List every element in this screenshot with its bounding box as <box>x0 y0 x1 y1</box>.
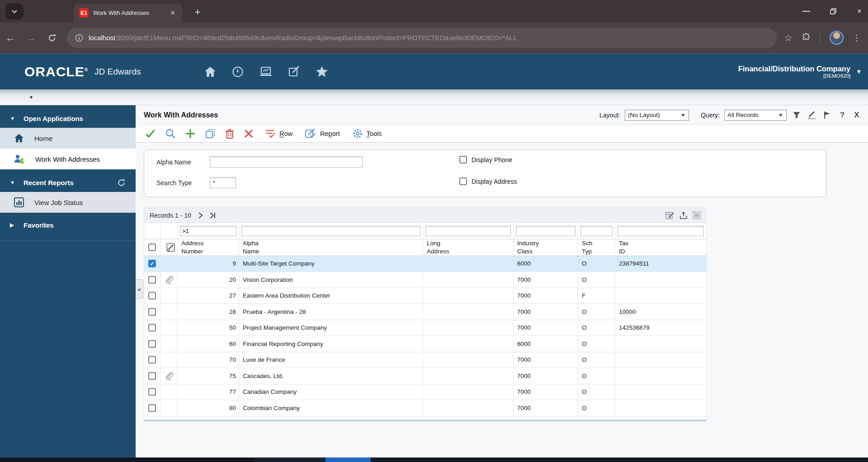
window-minimize-button[interactable]: — <box>802 7 809 15</box>
layout-select[interactable]: (No Layout)▼ <box>625 110 689 121</box>
table-row[interactable]: 20 Vision Corporation 7000 O <box>144 272 707 288</box>
home-nav-icon[interactable] <box>204 66 217 78</box>
add-button[interactable] <box>185 129 195 139</box>
tab-close-icon[interactable]: × <box>169 8 177 18</box>
favorites-star-icon[interactable] <box>316 65 328 78</box>
window-close-button[interactable]: × <box>857 7 862 15</box>
close-application-icon[interactable]: X <box>852 111 862 120</box>
grid-filter-input[interactable] <box>180 226 236 236</box>
sidebar-item-label: View Job Status <box>34 199 83 206</box>
edit-query-icon[interactable] <box>807 111 817 119</box>
display-address-checkbox[interactable] <box>459 177 467 185</box>
grid-filter-input[interactable] <box>425 226 511 236</box>
bookmark-star-icon[interactable]: ☆ <box>784 33 793 43</box>
cell-long-address <box>423 368 514 384</box>
environment-code: [DEMO920] <box>738 73 850 79</box>
display-phone-checkbox[interactable] <box>459 156 467 163</box>
find-button[interactable] <box>165 128 176 139</box>
tools-menu-label[interactable]: Tools <box>367 130 382 137</box>
column-header-tax-id[interactable]: Tax ID <box>615 239 707 256</box>
tools-menu-icon[interactable] <box>352 128 363 139</box>
refresh-reports-icon[interactable] <box>117 178 126 187</box>
reports-laptop-icon[interactable] <box>259 66 273 78</box>
back-button[interactable]: ← <box>0 32 21 44</box>
table-row[interactable]: 50 Project Management Company 7000 O 142… <box>144 320 707 336</box>
table-row[interactable]: 27 Eastern Area Distribution Center 7000… <box>144 288 707 304</box>
paperclip-icon[interactable] <box>160 275 177 284</box>
environment-selector[interactable]: Financial/Distribution Company [DEMO920]… <box>738 65 862 79</box>
column-header-long-address[interactable]: Long Address <box>423 239 514 256</box>
table-row[interactable]: 75 Cascades, Ltd. 7000 O <box>144 368 707 384</box>
compose-icon[interactable] <box>288 65 300 78</box>
table-row[interactable]: 77 Canadian Company 7000 O <box>144 384 707 400</box>
table-row[interactable]: 80 Colombian Company 7000 O <box>144 400 707 416</box>
column-header-sch-typ[interactable]: Sch Typ <box>578 239 615 256</box>
new-tab-button[interactable]: + <box>191 6 204 18</box>
sidebar-section-recent-reports[interactable]: ▼ Recent Reports <box>0 173 136 192</box>
sidebar-item-work-with-addresses[interactable]: Work With Addresses <box>0 149 136 169</box>
row-checkbox[interactable] <box>148 260 156 267</box>
grid-filter-input[interactable] <box>516 226 576 236</box>
site-info-icon[interactable] <box>75 34 83 42</box>
row-checkbox[interactable] <box>148 404 156 412</box>
row-menu-icon[interactable] <box>265 129 276 139</box>
sidebar-item-view-job-status[interactable]: View Job Status <box>0 192 136 213</box>
select-all-checkbox[interactable] <box>148 243 156 251</box>
row-checkbox[interactable] <box>148 356 156 364</box>
browser-tab[interactable]: E1 Work With Addresses × <box>74 4 182 22</box>
sidebar-item-home[interactable]: Home <box>0 128 136 149</box>
select-ok-button[interactable] <box>145 129 156 139</box>
table-row[interactable]: 28 Prueba - Argentina - 28 7000 O 10000 <box>144 304 707 320</box>
table-row[interactable]: 60 Financial Reporting Company 6000 O <box>144 336 707 352</box>
next-page-button[interactable] <box>198 212 203 219</box>
row-checkbox[interactable] <box>148 292 156 299</box>
extensions-icon[interactable] <box>802 33 811 42</box>
browser-menu-icon[interactable]: ⋮ <box>853 33 861 43</box>
grid-filter-input[interactable] <box>580 226 613 236</box>
column-header-address-number[interactable]: Address Number <box>178 239 239 256</box>
grid-filter-input[interactable] <box>618 226 704 236</box>
export-grid-icon[interactable] <box>693 211 701 219</box>
search-type-input[interactable] <box>210 177 236 188</box>
recent-clock-icon[interactable] <box>232 66 244 78</box>
sidebar-section-favorites[interactable]: ▶ Favorites <box>0 215 136 234</box>
close-button[interactable] <box>244 129 254 139</box>
cell-alpha-name: Luxe de France <box>239 352 423 368</box>
window-restore-button[interactable] <box>830 8 836 14</box>
menu-caret-icon[interactable]: ▼ <box>29 95 33 100</box>
forward-button[interactable]: → <box>21 32 42 44</box>
filter-funnel-icon[interactable] <box>791 111 802 119</box>
report-menu-label[interactable]: Report <box>320 130 340 137</box>
refresh-button[interactable] <box>42 33 62 42</box>
sidebar-collapse-handle[interactable]: « <box>136 279 143 299</box>
row-checkbox[interactable] <box>148 276 156 284</box>
url-bar[interactable]: localhost:9200/jde/E1Menu.maf?RID=469cd2… <box>67 28 777 48</box>
tab-search-button[interactable] <box>5 3 24 19</box>
row-menu-label[interactable]: Row <box>279 130 292 137</box>
row-checkbox[interactable] <box>148 308 156 316</box>
paperclip-icon[interactable] <box>160 371 177 380</box>
copy-button[interactable] <box>205 128 216 139</box>
alpha-name-input[interactable] <box>210 156 363 168</box>
delete-button[interactable] <box>225 129 234 139</box>
grid-filter-input[interactable] <box>241 226 420 236</box>
row-checkbox[interactable] <box>148 388 156 396</box>
help-icon[interactable]: ? <box>837 111 847 120</box>
run-flag-icon[interactable] <box>822 111 833 119</box>
query-select[interactable]: All Records▼ <box>724 110 787 121</box>
column-header-industry-class[interactable]: Industry Class <box>514 239 578 256</box>
row-checkbox[interactable] <box>148 372 156 380</box>
report-menu-icon[interactable] <box>305 128 316 139</box>
export-icon[interactable] <box>679 211 688 219</box>
row-checkbox[interactable] <box>148 340 156 348</box>
table-row[interactable]: 9 Multi-Site Target Company 6000 O 23879… <box>144 256 707 272</box>
last-page-button[interactable] <box>209 212 217 219</box>
customize-grid-icon[interactable] <box>665 211 675 219</box>
cell-tax-id: 10000 <box>615 304 707 320</box>
column-header-alpha-name[interactable]: Alpha Name <box>239 239 423 256</box>
sidebar-section-open-applications[interactable]: ▼ Open Applications <box>0 109 136 128</box>
profile-avatar[interactable] <box>830 31 844 45</box>
cell-long-address <box>423 336 514 352</box>
row-checkbox[interactable] <box>148 324 156 331</box>
table-row[interactable]: 70 Luxe de France 7000 O <box>144 352 707 368</box>
